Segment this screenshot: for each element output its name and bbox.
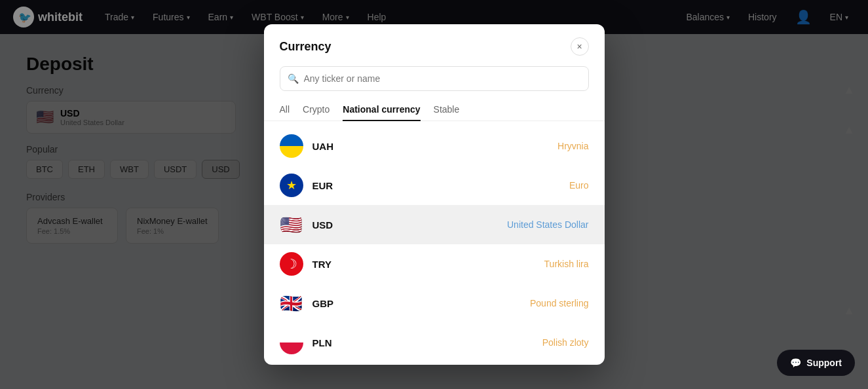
currency-name-gbp: Pound sterling — [530, 298, 589, 308]
currency-code-uah: UAH — [312, 141, 549, 152]
currency-item-pln[interactable]: PLN Polish zloty — [264, 323, 605, 362]
modal-search-area: 🔍 — [264, 66, 605, 99]
flag-usd: 🇺🇸 — [280, 213, 303, 236]
flag-try: ☽ — [280, 252, 303, 276]
support-chat-icon: 💬 — [790, 358, 801, 368]
currency-item-usd[interactable]: 🇺🇸 USD United States Dollar — [264, 205, 605, 244]
currency-item-try[interactable]: ☽ TRY Turkish lira — [264, 244, 605, 284]
currency-item-gbp[interactable]: 🇬🇧 GBP Pound sterling — [264, 284, 605, 323]
tab-all[interactable]: All — [280, 99, 290, 121]
currency-name-eur: Euro — [569, 180, 589, 191]
currency-name-pln: Polish zloty — [542, 337, 589, 348]
tab-national-currency[interactable]: National currency — [343, 99, 420, 121]
modal-overlay: Currency × 🔍 All Crypto National currenc… — [0, 0, 868, 389]
currency-code-try: TRY — [312, 259, 535, 270]
modal-title: Currency — [280, 40, 331, 54]
currency-code-eur: EUR — [312, 180, 560, 191]
search-icon: 🔍 — [288, 73, 299, 84]
search-input[interactable] — [280, 66, 589, 91]
currency-name-try: Turkish lira — [544, 259, 589, 269]
currency-name-uah: Hryvnia — [557, 141, 588, 151]
support-label: Support — [806, 358, 842, 368]
flag-pln — [280, 331, 303, 354]
flag-uah — [280, 134, 303, 158]
modal-header: Currency × — [264, 24, 605, 66]
currency-modal: Currency × 🔍 All Crypto National currenc… — [264, 24, 605, 365]
tab-crypto[interactable]: Crypto — [303, 99, 330, 121]
flag-eur: ★ — [280, 174, 303, 197]
currency-code-gbp: GBP — [312, 298, 521, 309]
currency-code-pln: PLN — [312, 337, 533, 348]
currency-list: UAH Hryvnia ★ EUR Euro 🇺🇸 USD United Sta… — [264, 121, 605, 365]
currency-item-uah[interactable]: UAH Hryvnia — [264, 126, 605, 166]
modal-tabs: All Crypto National currency Stable — [264, 99, 605, 121]
currency-item-eur[interactable]: ★ EUR Euro — [264, 166, 605, 205]
currency-name-usd: United States Dollar — [507, 219, 589, 230]
tab-stable[interactable]: Stable — [434, 99, 460, 121]
modal-close-button[interactable]: × — [571, 37, 589, 56]
support-button[interactable]: 💬 Support — [777, 350, 855, 376]
currency-code-usd: USD — [312, 219, 498, 231]
flag-gbp: 🇬🇧 — [280, 291, 303, 315]
search-wrapper: 🔍 — [280, 66, 589, 91]
